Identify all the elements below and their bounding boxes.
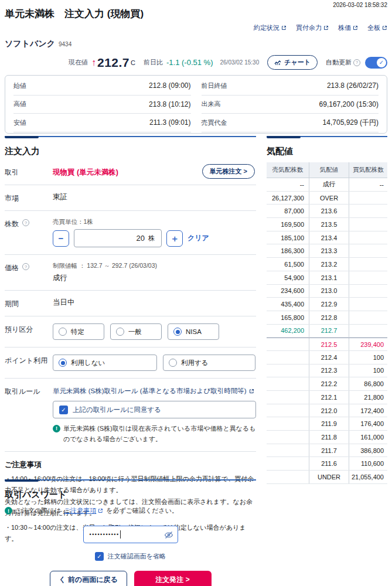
- order-book-row: 165,800212.8: [267, 311, 387, 325]
- page-title: 単元未満株 注文入力 (現物買): [5, 7, 144, 21]
- radio-option-利用する[interactable]: 利用する: [163, 355, 255, 371]
- order-book-row: 87,000213.6: [267, 205, 387, 218]
- price-summary-box: 始値212.8 (09:00)高値213.8 (10:12)安値211.3 (0…: [5, 75, 387, 134]
- header-link[interactable]: 株価: [338, 23, 358, 32]
- price-time: 26/03/02 15:30: [220, 59, 259, 66]
- buy-quantity: [349, 285, 387, 298]
- page-timestamp: 2026-03-02 18:58:32: [333, 2, 387, 8]
- summary-right-column: 前日終値213.8 (26/02/27)出来高69,167,200 (15:30…: [202, 77, 379, 132]
- quote-price: 212.0: [309, 404, 349, 417]
- external-link-icon: [382, 25, 387, 30]
- sell-quantity: [267, 457, 309, 470]
- sell-quantity: 87,000: [267, 205, 309, 217]
- sell-quantity: 185,100: [267, 231, 309, 244]
- buy-quantity: 386,800: [349, 444, 387, 457]
- auto-update-toggle[interactable]: ✓: [365, 57, 387, 69]
- radio-option-特定[interactable]: 特定: [53, 323, 104, 340]
- help-icon[interactable]: ?: [353, 59, 360, 66]
- stock-header: ソフトバンク 9434: [5, 39, 71, 49]
- summary-row: 始値212.8 (09:00): [13, 77, 191, 96]
- quantity-plus-button[interactable]: ＋: [166, 230, 183, 247]
- current-price-label: 現在値: [69, 58, 88, 67]
- sell-quantity: [267, 338, 309, 350]
- quantity-minus-button[interactable]: −: [53, 230, 69, 247]
- external-link-icon: [323, 25, 329, 30]
- sell-quantity: [267, 377, 309, 390]
- order-book-row: 26,127,300OVER: [267, 192, 387, 205]
- summary-value: 213.8 (26/02/27): [327, 81, 379, 90]
- quote-price: 212.3: [309, 364, 349, 377]
- auto-update-label: 自動更新: [326, 58, 352, 67]
- trade-rule-label: 取引ルール: [5, 386, 53, 444]
- summary-row: 高値213.8 (10:12): [13, 96, 191, 114]
- sell-quantity: [267, 431, 309, 444]
- buy-quantity: [349, 218, 387, 231]
- header-link[interactable]: 全板: [367, 23, 387, 32]
- buy-quantity: [349, 311, 387, 324]
- quote-price: 212.9: [309, 298, 349, 311]
- clear-button[interactable]: クリア: [188, 233, 209, 243]
- back-button[interactable]: く 前の画面に戻る: [50, 571, 127, 586]
- order-book-section: 気配値 売気配株数気配値買気配株数--成行--26,127,300OVER87,…: [267, 136, 387, 484]
- quantity-input[interactable]: 20 株: [74, 229, 162, 247]
- password-input[interactable]: •••••••••••: [83, 526, 178, 543]
- quantity-help-icon[interactable]: ?: [22, 219, 29, 226]
- header-link[interactable]: 買付余力: [296, 23, 329, 32]
- unit-size-note: 売買単位：1株: [53, 218, 256, 226]
- order-book-row: 212.3100: [267, 364, 387, 378]
- sell-quantity: --: [267, 178, 309, 191]
- quote-price: 211.7: [309, 444, 349, 457]
- buy-quantity: 21,800: [349, 391, 387, 404]
- summary-value: 69,167,200 (15:30): [319, 100, 379, 108]
- order-book-row: 435,400212.9: [267, 298, 387, 311]
- price-change: -1.1 (-0.51 %): [166, 58, 213, 67]
- info-icon: !: [53, 425, 60, 432]
- sell-quantity: [267, 351, 309, 364]
- skip-confirm-checkbox[interactable]: ✓ 注文確認画面を省略: [5, 552, 256, 561]
- summary-value: 213.8 (10:12): [149, 100, 190, 108]
- point-usage-options: 利用しない利用する: [53, 355, 256, 371]
- price-help-icon[interactable]: ?: [22, 263, 29, 270]
- order-entry-page: 2026-03-02 18:58:32 単元未満株 注文入力 (現物買) 約定状…: [0, 0, 392, 586]
- caution-link[interactable]: ご注意事項: [64, 506, 103, 515]
- radio-option-利用しない[interactable]: 利用しない: [53, 355, 157, 371]
- radio-option-NISA[interactable]: NISA: [168, 323, 219, 340]
- header-link[interactable]: 約定状況: [254, 23, 287, 32]
- order-book-row: 54,900213.1: [267, 271, 387, 285]
- quote-price: 211.6: [309, 457, 349, 470]
- order-book-row: 211.8161,000: [267, 431, 387, 444]
- buy-quantity: [349, 244, 387, 257]
- quote-price: 213.0: [309, 285, 349, 298]
- section-accent-bar: [5, 479, 256, 482]
- quote-price: 211.9: [309, 417, 349, 430]
- trade-rule-link[interactable]: 単元未満株 (S株)取引ルール (基準となる市場および取引時間等): [53, 386, 256, 396]
- order-book-row: --成行--: [267, 178, 387, 192]
- summary-label: 始値: [13, 81, 26, 90]
- external-link-icon: [249, 389, 254, 394]
- quote-price: 213.4: [309, 231, 349, 244]
- rule-note: ! 単元未満株 (S株)取引は現在表示されている市場や価格と異なるものでなされる…: [53, 424, 256, 444]
- buy-quantity: 239,400: [349, 338, 387, 350]
- order-book-row: 234,600213.0: [267, 285, 387, 298]
- submit-order-button[interactable]: 注文発注 >: [134, 571, 212, 586]
- order-book-row: 212.5239,400: [267, 338, 387, 351]
- rule-agree-checkbox[interactable]: ✓ 上記の取引ルールに同意する: [53, 401, 256, 418]
- sell-quantity: 186,300: [267, 244, 309, 257]
- sell-quantity: 234,600: [267, 285, 309, 298]
- unit-order-button[interactable]: 単元株注文 >: [202, 164, 255, 179]
- quote-price: 212.1: [309, 391, 349, 404]
- price-line: 現在値 ↑ 212.7 C 前日比 -1.1 (-0.51 %) 26/03/0…: [0, 55, 387, 70]
- buy-quantity: 161,000: [349, 431, 387, 444]
- buy-quantity: 172,400: [349, 404, 387, 417]
- eye-off-icon[interactable]: [164, 530, 173, 540]
- sell-quantity: [267, 444, 309, 457]
- chart-button[interactable]: チャート: [267, 55, 318, 70]
- order-book-row: 185,100213.4: [267, 231, 387, 245]
- summary-value: 14,705,929 (千円): [323, 118, 379, 128]
- sell-quantity: 462,200: [267, 325, 309, 338]
- order-book-row: 211.9176,400: [267, 417, 387, 431]
- point-usage-row: ポイント利用 利用しない利用する: [5, 347, 256, 379]
- sell-quantity: 165,800: [267, 311, 309, 324]
- quote-price: 213.3: [309, 244, 349, 257]
- radio-option-一般[interactable]: 一般: [110, 323, 162, 340]
